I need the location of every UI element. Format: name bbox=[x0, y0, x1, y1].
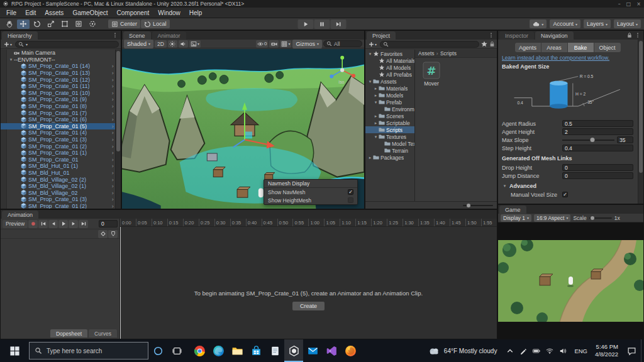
field-value[interactable]: 35 bbox=[617, 136, 633, 143]
project-tree-item[interactable]: ▸Scriptable bbox=[365, 119, 414, 126]
lighting-toggle-icon[interactable] bbox=[168, 40, 177, 48]
create-asset-button[interactable]: ▾ bbox=[367, 41, 378, 47]
layers-dropdown[interactable]: Layers▾ bbox=[584, 19, 611, 28]
nav-subtab-object[interactable]: Object bbox=[594, 43, 621, 52]
timeline-ruler[interactable]: 0:000:050:100:150:200:250:300:350:400:45… bbox=[120, 219, 497, 227]
camera-settings-icon[interactable] bbox=[269, 40, 279, 48]
panel-menu-icon[interactable] bbox=[635, 32, 641, 38]
add-keyframe-button[interactable] bbox=[98, 230, 108, 238]
hierarchy-item[interactable]: SM_Prop_Crate_01 (13)› bbox=[1, 70, 115, 77]
show-desktop-button[interactable] bbox=[641, 339, 644, 362]
timeline-area[interactable]: To begin animating SM_Prop_Crate_01 (5),… bbox=[120, 227, 497, 339]
account-dropdown[interactable]: Account▾ bbox=[550, 19, 580, 28]
hierarchy-item[interactable]: SM_Prop_Crate_01› bbox=[1, 156, 115, 163]
field-value[interactable]: 0 bbox=[562, 164, 633, 171]
hierarchy-item[interactable]: SM_Bld_Village_02 (2)› bbox=[1, 176, 115, 183]
lock-icon[interactable] bbox=[489, 41, 495, 47]
close-button[interactable]: × bbox=[636, 1, 641, 7]
slider[interactable] bbox=[562, 136, 614, 143]
breadcrumb-current[interactable]: Scripts bbox=[440, 50, 457, 57]
hand-tool-button[interactable] bbox=[3, 19, 16, 29]
hierarchy-item[interactable]: SM_Bld_Village_02› bbox=[1, 189, 115, 196]
hierarchy-item[interactable]: SM_Prop_Crate_01 (14)› bbox=[1, 63, 115, 70]
pen-icon[interactable] bbox=[519, 347, 527, 354]
taskbar-search-input[interactable]: Type here to search bbox=[29, 342, 148, 359]
hierarchy-item[interactable]: SM_Prop_Crate_01 (6)› bbox=[1, 116, 115, 123]
layout-dropdown[interactable]: Layout▾ bbox=[614, 19, 641, 28]
weather-widget[interactable]: 64°F Mostly cloudy bbox=[423, 339, 502, 362]
foldout-icon[interactable]: ▾ bbox=[373, 100, 379, 105]
scale-slider[interactable] bbox=[589, 216, 612, 221]
transform-tool-button[interactable] bbox=[72, 19, 85, 29]
field-value[interactable]: 0.5 bbox=[562, 120, 633, 127]
play-button[interactable] bbox=[298, 19, 314, 29]
gizmos-dropdown[interactable]: Gizmos▾ bbox=[292, 40, 322, 48]
component-workflow-link[interactable]: Learn instead about the component workfl… bbox=[502, 55, 633, 61]
taskbar-app-store[interactable] bbox=[247, 339, 265, 362]
playhead[interactable] bbox=[120, 227, 121, 339]
project-tree-item[interactable]: ▸Models bbox=[365, 92, 414, 99]
tab-dopesheet[interactable]: Dopesheet bbox=[50, 329, 87, 337]
icon-size-slider[interactable] bbox=[463, 203, 493, 208]
foldout-icon[interactable]: ▸ bbox=[367, 155, 373, 160]
foldout-icon[interactable]: ▾ bbox=[373, 134, 379, 140]
menu-file[interactable]: File bbox=[2, 9, 21, 17]
language-indicator[interactable]: ENG bbox=[570, 339, 591, 362]
project-tree-item[interactable]: ▸Materials bbox=[365, 85, 414, 92]
minimize-button[interactable]: – bbox=[618, 1, 621, 7]
visibility-toggle[interactable]: 0 bbox=[256, 40, 268, 48]
battery-icon[interactable] bbox=[532, 347, 540, 354]
hierarchy-item[interactable]: SM_Bld_Hut_01› bbox=[1, 170, 115, 177]
start-button[interactable] bbox=[0, 339, 29, 362]
nav-subtab-bake[interactable]: Bake bbox=[568, 43, 594, 52]
maximize-button[interactable]: □ bbox=[626, 1, 631, 7]
audio-toggle-icon[interactable] bbox=[179, 40, 188, 48]
hierarchy-item[interactable]: SM_Prop_Crate_01 (5)› bbox=[1, 123, 115, 130]
foldout-icon[interactable]: ▾ bbox=[367, 79, 373, 84]
foldout-icon[interactable]: ▾ bbox=[8, 57, 14, 62]
hierarchy-item[interactable]: SM_Prop_Crate_01 (3)› bbox=[1, 136, 115, 143]
titlebar[interactable]: RPG Project - SampleScene - PC, Mac & Li… bbox=[0, 0, 644, 8]
project-tree-item[interactable]: ▾Prefab bbox=[365, 99, 414, 106]
hierarchy-search-input[interactable]: ▾ bbox=[15, 41, 119, 48]
pivot-mode-button[interactable]: Center bbox=[108, 19, 140, 28]
chevron-up-icon[interactable] bbox=[506, 347, 514, 354]
cortana-button[interactable] bbox=[148, 339, 167, 362]
hierarchy-item[interactable]: Main Camera bbox=[1, 50, 115, 57]
tab-animation[interactable]: Animation bbox=[2, 211, 38, 219]
menu-help[interactable]: Help bbox=[185, 9, 207, 17]
field-value[interactable]: 0.4 bbox=[562, 145, 633, 151]
go-to-end-button[interactable] bbox=[79, 220, 88, 228]
prev-key-button[interactable] bbox=[48, 220, 58, 228]
go-to-start-button[interactable] bbox=[38, 220, 48, 228]
frame-field[interactable]: 0 bbox=[99, 220, 118, 228]
aspect-dropdown[interactable]: 16:9 Aspect▾ bbox=[534, 214, 570, 222]
field-value[interactable]: 2 bbox=[562, 128, 633, 135]
rect-tool-button[interactable] bbox=[58, 19, 71, 29]
project-tree-item[interactable]: Environment bbox=[365, 106, 414, 112]
project-tree-item[interactable]: Terrain bbox=[365, 147, 414, 154]
panel-menu-icon[interactable] bbox=[112, 32, 118, 38]
hierarchy-item[interactable]: SM_Prop_Crate_01 (12)› bbox=[1, 76, 115, 83]
hierarchy-item[interactable]: SM_Prop_Crate_01 (3)› bbox=[1, 196, 115, 203]
field-value[interactable]: 0 bbox=[562, 172, 633, 179]
custom-tool-button[interactable] bbox=[86, 19, 99, 29]
tab-project[interactable]: Project bbox=[367, 31, 396, 40]
checkbox[interactable] bbox=[562, 192, 568, 197]
hierarchy-item[interactable]: SM_Prop_Crate_01 (4)› bbox=[1, 129, 115, 136]
tab-inspector[interactable]: Inspector bbox=[499, 31, 534, 40]
scale-tool-button[interactable] bbox=[45, 19, 57, 29]
hierarchy-item[interactable]: SM_Prop_Crate_01 (7)› bbox=[1, 109, 115, 116]
taskbar-app-notepad[interactable] bbox=[265, 339, 284, 362]
foldout-icon[interactable]: ▾ bbox=[367, 52, 373, 57]
taskbar-app-unity[interactable] bbox=[284, 339, 303, 362]
tab-hierarchy[interactable]: Hierarchy bbox=[2, 31, 38, 40]
project-tree-item[interactable]: All Models bbox=[365, 64, 414, 71]
hierarchy-item[interactable]: SM_Prop_Crate_01 (11)› bbox=[1, 83, 115, 90]
inspector-scrollbar[interactable] bbox=[638, 40, 643, 204]
display-dropdown[interactable]: Display 1▾ bbox=[501, 214, 531, 222]
hierarchy-item[interactable]: ▾--ENVRIMONT-- bbox=[1, 57, 115, 63]
hierarchy-item[interactable]: SM_Prop_Crate_01 (2)› bbox=[1, 203, 115, 209]
checkbox[interactable] bbox=[348, 189, 353, 195]
scene-viewport[interactable]: Iso Navmesh Display Show NavMeshShow Hei… bbox=[122, 49, 364, 209]
